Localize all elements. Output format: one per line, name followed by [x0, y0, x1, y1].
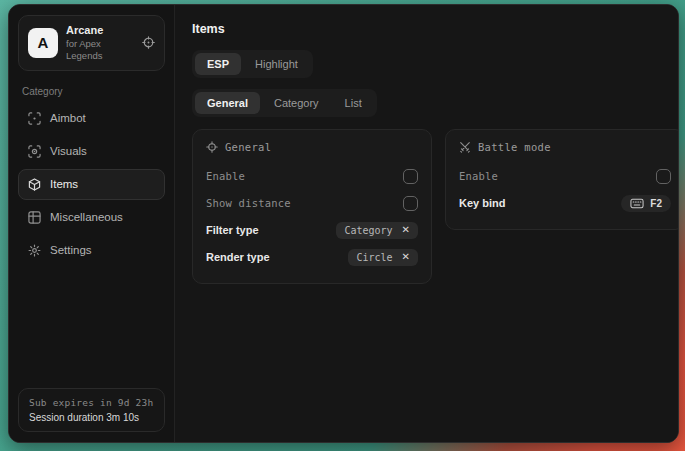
panel-title: Battle mode [478, 141, 551, 153]
sidebar-item-label: Aimbot [50, 112, 86, 124]
checkbox-enable[interactable] [403, 169, 418, 184]
swords-icon [459, 141, 471, 153]
panel-battle-mode: Battle modeEnableKey bindF2 [445, 129, 679, 230]
close-icon[interactable]: ✕ [402, 225, 410, 235]
package-icon [28, 178, 41, 191]
app-name: Arcane [66, 24, 134, 38]
select-render-type[interactable]: Circle✕ [348, 249, 418, 266]
subtab-list[interactable]: List [333, 92, 374, 114]
sidebar-item-label: Items [50, 178, 78, 190]
select-value: Category [344, 225, 392, 236]
setting-row-show-distance: Show distance [206, 190, 418, 216]
select-value: Circle [356, 252, 392, 263]
setting-row-key-bind: Key bindF2 [459, 190, 671, 216]
gear-icon [28, 244, 41, 257]
subtab-general[interactable]: General [195, 92, 260, 114]
setting-label: Filter type [206, 224, 259, 236]
sidebar-item-label: Visuals [50, 145, 87, 157]
sidebar-spacer [18, 266, 165, 389]
arcane-app-window: A Arcane for Apex Legends Category Aimbo… [8, 4, 679, 443]
setting-row-render-type: Render typeCircle✕ [206, 244, 418, 270]
panel-general: GeneralEnableShow distanceFilter typeCat… [192, 129, 432, 284]
view-tabs-row: GeneralCategoryList [192, 89, 679, 117]
app-logo: A [28, 28, 58, 58]
subscription-card: Sub expires in 9d 23h Session duration 3… [18, 388, 165, 432]
crosshair-icon [206, 141, 218, 153]
tab-highlight[interactable]: Highlight [243, 53, 310, 75]
checkbox-show-distance[interactable] [403, 196, 418, 211]
tab-esp[interactable]: ESP [195, 53, 241, 75]
setting-row-enable: Enable [459, 163, 671, 189]
setting-label: Enable [206, 170, 245, 182]
keybind-value: F2 [650, 198, 662, 209]
sidebar-item-items[interactable]: Items [18, 169, 165, 200]
page-title: Items [192, 22, 679, 36]
setting-row-filter-type: Filter typeCategory✕ [206, 217, 418, 243]
app-subtitle: for Apex Legends [66, 38, 134, 62]
sidebar: A Arcane for Apex Legends Category Aimbo… [9, 5, 175, 442]
sidebar-item-label: Settings [50, 244, 92, 256]
keyboard-icon [630, 198, 644, 209]
main-content: Items ESPHighlight GeneralCategoryList G… [175, 5, 679, 442]
sidebar-nav: AimbotVisualsItemsMiscellaneousSettings [18, 103, 165, 266]
setting-label: Enable [459, 170, 498, 182]
subtab-category[interactable]: Category [262, 92, 331, 114]
close-icon[interactable]: ✕ [402, 252, 410, 262]
grid-icon [28, 211, 41, 224]
sidebar-item-visuals[interactable]: Visuals [18, 136, 165, 167]
setting-label: Show distance [206, 197, 291, 209]
panel-header: General [206, 141, 418, 153]
sidebar-item-label: Miscellaneous [50, 211, 123, 223]
settings-panels: GeneralEnableShow distanceFilter typeCat… [192, 129, 679, 284]
target-icon[interactable] [142, 36, 155, 49]
keybind-button[interactable]: F2 [621, 195, 671, 212]
sidebar-item-settings[interactable]: Settings [18, 235, 165, 266]
setting-label: Key bind [459, 197, 505, 209]
mode-tabs: ESPHighlight [192, 50, 313, 78]
panel-header: Battle mode [459, 141, 671, 153]
app-header-card: A Arcane for Apex Legends [18, 15, 165, 71]
select-filter-type[interactable]: Category✕ [336, 222, 418, 239]
category-label: Category [22, 86, 161, 97]
checkbox-enable[interactable] [656, 169, 671, 184]
setting-label: Render type [206, 251, 270, 263]
crosshair-scan-icon [28, 112, 41, 125]
app-title-block: Arcane for Apex Legends [66, 24, 134, 62]
view-tabs: GeneralCategoryList [192, 89, 377, 117]
mode-tabs-row: ESPHighlight [192, 50, 679, 78]
session-duration-text: Session duration 3m 10s [29, 412, 154, 423]
sub-expires-text: Sub expires in 9d 23h [29, 397, 154, 408]
panel-title: General [225, 141, 271, 153]
sidebar-item-aimbot[interactable]: Aimbot [18, 103, 165, 134]
sidebar-item-miscellaneous[interactable]: Miscellaneous [18, 202, 165, 233]
scan-eye-icon [28, 145, 41, 158]
setting-row-enable: Enable [206, 163, 418, 189]
